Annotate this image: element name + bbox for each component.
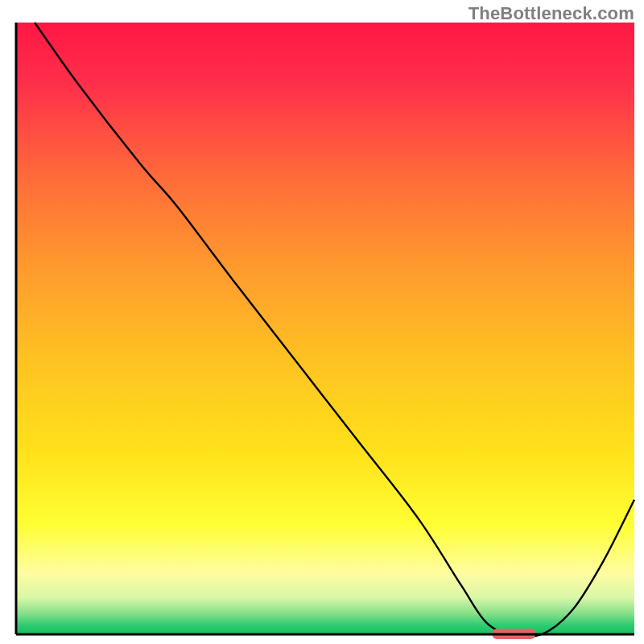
chart-svg <box>0 0 644 644</box>
bottleneck-chart: TheBottleneck.com <box>0 0 644 644</box>
plot-background <box>16 23 634 634</box>
watermark-text: TheBottleneck.com <box>469 3 634 24</box>
